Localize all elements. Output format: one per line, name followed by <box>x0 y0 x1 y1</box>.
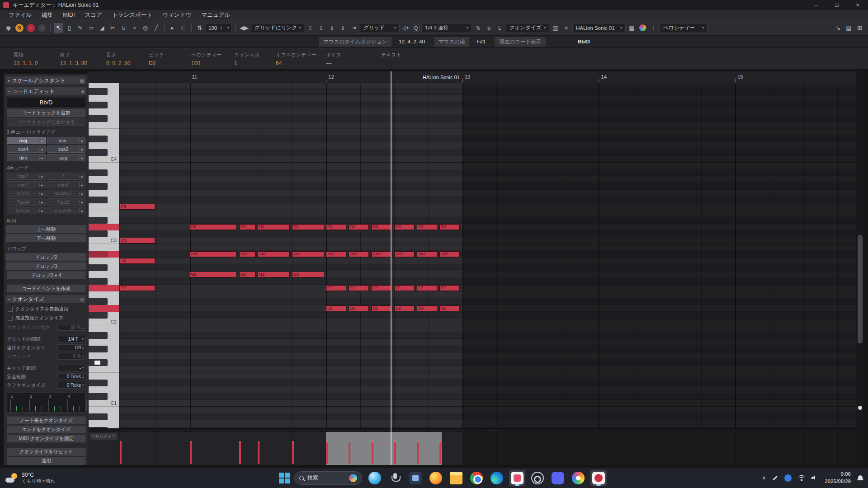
piano-key-black[interactable] <box>89 88 108 95</box>
chord-button-dim[interactable]: dim▶ <box>7 154 46 161</box>
scrollbar-thumb[interactable] <box>858 235 863 343</box>
note-grid[interactable]: F3C3A2F2D3A#2G2D3A#2G2D3A#2G2D3A#2G2D3A#… <box>119 83 856 428</box>
line-tool[interactable]: ╱ <box>151 23 161 33</box>
split-tool[interactable]: ✂ <box>108 23 118 33</box>
midi-note[interactable]: D3 <box>372 224 392 230</box>
midi-note[interactable]: D3 <box>190 224 237 230</box>
drop3-button[interactable]: ドロップ3 <box>6 263 86 270</box>
velocity-bar[interactable] <box>239 441 241 464</box>
step-input-icon[interactable]: ⇅ <box>195 23 204 33</box>
paint-icon[interactable] <box>509 470 525 486</box>
iterative-quantize-icon[interactable]: ％ <box>473 23 483 33</box>
photos-icon[interactable] <box>570 470 586 486</box>
quantize-note-length-button[interactable]: ノート長をクオンタイズ <box>7 417 85 424</box>
info-field-7[interactable]: ボイス— <box>326 48 381 69</box>
piano-key-black[interactable] <box>89 169 108 176</box>
pin-icon[interactable]: ◉ <box>4 23 13 33</box>
volume-icon[interactable] <box>811 475 818 481</box>
piano-key-black[interactable] <box>89 312 108 319</box>
grid-interval-dropdown[interactable]: 1/4 T▾ <box>57 336 85 343</box>
quantize-ends-button[interactable]: エンドをクオンタイズ <box>7 426 85 433</box>
chord-arrow-icon[interactable]: ▶ <box>79 148 85 151</box>
scale-assistant-header[interactable]: ▸スケールアシスタント▤ <box>6 76 86 84</box>
piano-key-black[interactable] <box>89 264 108 271</box>
piano-key-black[interactable] <box>89 217 108 224</box>
midi-note[interactable]: A#2 <box>258 251 290 257</box>
piano-key-black[interactable] <box>89 136 108 142</box>
editor-setup-icon[interactable]: ⊞ <box>855 23 864 33</box>
chord-button-min.[interactable]: min.▶ <box>47 137 86 144</box>
acoustic-feedback-button[interactable]: ♪ <box>38 24 46 32</box>
snap-type-dropdown[interactable]: グリッド▾ <box>360 23 400 33</box>
zoom-tool[interactable]: ◎ <box>141 23 150 33</box>
search-box[interactable]: 検索 <box>294 471 362 485</box>
midi-note[interactable]: D3 <box>326 224 346 230</box>
midi-note[interactable]: F2 <box>439 285 460 291</box>
close-button[interactable]: × <box>847 0 868 10</box>
menu-編集[interactable]: 編集 <box>37 11 58 19</box>
mic-icon[interactable] <box>387 470 403 486</box>
velocity-bar[interactable] <box>292 441 294 464</box>
maximize-button[interactable]: □ <box>826 0 847 10</box>
midi-note[interactable]: A#2 <box>372 251 392 257</box>
menu-ファイル[interactable]: ファイル <box>4 11 37 19</box>
more-options-icon[interactable]: ⋮ <box>649 23 658 33</box>
pitch-keyboard-icon[interactable]: ▥ <box>551 23 560 33</box>
midi-note[interactable]: D2 <box>394 305 415 311</box>
menu-スコア[interactable]: スコア <box>80 11 107 19</box>
hidden-icons-chevron[interactable]: ∧ <box>762 475 765 481</box>
solo-button[interactable]: S <box>15 24 24 32</box>
midi-note[interactable]: G2 <box>258 272 290 277</box>
chord-edit-header[interactable]: ▾コードエディット≡ <box>6 87 86 95</box>
glue-tool[interactable]: ∪ <box>119 23 128 33</box>
quantize-icon[interactable]: Q <box>412 24 420 32</box>
nudge-icon-1[interactable]: ⇧ <box>306 23 315 33</box>
info-field-2[interactable]: 長さ0. 0. 2. 80 <box>106 48 149 69</box>
inversion-up-button[interactable]: 上へ移動 <box>6 225 86 233</box>
velocity-bar[interactable] <box>258 441 259 464</box>
vertical-scrollbar[interactable] <box>856 71 863 465</box>
auto-apply-quantize-checkbox[interactable]: クオンタイズを自動適用 <box>8 306 85 312</box>
zoom-handle[interactable] <box>858 406 862 410</box>
color-menu-icon[interactable] <box>639 24 646 31</box>
autoscroll-icon[interactable]: ▸ <box>168 23 177 33</box>
velocity-bar[interactable] <box>372 441 373 464</box>
quantize-header[interactable]: ▾クオンタイズ◎ <box>6 295 86 303</box>
wifi-icon[interactable] <box>798 475 805 481</box>
rough-quantize-value[interactable]: 0 Ticks▴ ▾ <box>57 382 85 389</box>
grid-link-dropdown[interactable]: グリッドにリンク▾ <box>251 23 304 33</box>
piano-key-black[interactable] <box>89 278 108 285</box>
timeline-ruler[interactable]: 1112131415HALion Sonic 01 <box>119 71 856 83</box>
discord-icon[interactable] <box>550 470 566 486</box>
nudge-icon-2[interactable]: ⇧ <box>316 23 326 33</box>
piano-key-black[interactable] <box>89 230 108 237</box>
menu-ウィンドウ[interactable]: ウィンドウ <box>157 11 196 19</box>
midi-note[interactable]: D3 <box>417 224 437 230</box>
midi-note[interactable]: F3 <box>120 204 155 210</box>
add-chord-track-button[interactable]: コードトラックを追加 <box>7 109 85 117</box>
info-field-8[interactable]: テキスト <box>381 48 426 69</box>
info-field-1[interactable]: 終了12. 1. 3. 80 <box>60 48 106 69</box>
part-select-dropdown[interactable]: HALion Sonic 01▾ <box>572 23 626 33</box>
iterative-quantize-checkbox[interactable]: 感度指定クオンタイズ <box>8 315 85 321</box>
reset-quantize-button[interactable]: クオンタイズをリセット <box>7 448 85 455</box>
piano-key-black[interactable] <box>89 102 108 108</box>
menu-トランスポート[interactable]: トランスポート <box>107 11 157 19</box>
midi-note[interactable]: A#2 <box>417 251 437 257</box>
midi-note[interactable]: D3 <box>349 224 369 230</box>
midi-note[interactable]: A#2 <box>394 251 415 257</box>
info-field-3[interactable]: ピッチD2 <box>149 48 191 69</box>
midi-note[interactable]: D2 <box>417 305 437 311</box>
drop24-button[interactable]: ドロップ2 + 4 <box>7 272 85 279</box>
chrome-icon[interactable] <box>468 470 485 486</box>
midi-note[interactable]: A#2 <box>439 251 460 257</box>
midi-note[interactable]: C3 <box>120 238 155 244</box>
nudge-icon-3[interactable]: ⇧ <box>327 23 337 33</box>
piano-key-black[interactable] <box>89 298 108 305</box>
piano-key-black[interactable] <box>89 149 108 156</box>
info-field-6[interactable]: オフベロシティー64 <box>276 48 326 69</box>
left-zone-icon[interactable]: ▤ <box>844 23 854 33</box>
piano-key-black[interactable] <box>89 346 108 352</box>
midi-note[interactable]: F2 <box>394 285 415 291</box>
midi-note[interactable]: F2 <box>349 285 369 291</box>
